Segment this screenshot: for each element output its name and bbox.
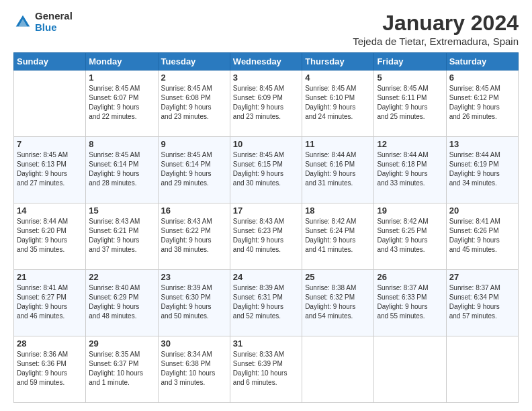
day-content: Sunrise: 8:41 AM Sunset: 6:26 PM Dayligh… xyxy=(449,217,515,255)
table-row: 7Sunrise: 8:45 AM Sunset: 6:13 PM Daylig… xyxy=(14,137,86,203)
col-thursday: Thursday xyxy=(302,53,374,71)
day-number: 3 xyxy=(233,73,299,83)
table-row: 4Sunrise: 8:45 AM Sunset: 6:10 PM Daylig… xyxy=(302,71,374,137)
day-content: Sunrise: 8:45 AM Sunset: 6:08 PM Dayligh… xyxy=(161,84,227,122)
table-row xyxy=(446,336,518,403)
day-number: 10 xyxy=(233,139,299,149)
page-title: January 2024 xyxy=(353,11,519,36)
logo-icon xyxy=(13,13,32,32)
table-row: 5Sunrise: 8:45 AM Sunset: 6:11 PM Daylig… xyxy=(374,71,446,137)
logo: General Blue xyxy=(13,11,73,33)
day-number: 7 xyxy=(17,139,83,149)
table-row: 16Sunrise: 8:43 AM Sunset: 6:22 PM Dayli… xyxy=(158,203,230,270)
day-content: Sunrise: 8:35 AM Sunset: 6:37 PM Dayligh… xyxy=(89,350,154,387)
table-row: 10Sunrise: 8:45 AM Sunset: 6:15 PM Dayli… xyxy=(230,137,302,203)
col-friday: Friday xyxy=(374,53,446,71)
day-content: Sunrise: 8:45 AM Sunset: 6:13 PM Dayligh… xyxy=(17,150,83,188)
day-content: Sunrise: 8:39 AM Sunset: 6:30 PM Dayligh… xyxy=(161,283,227,321)
table-row: 3Sunrise: 8:45 AM Sunset: 6:09 PM Daylig… xyxy=(230,71,302,137)
day-number: 20 xyxy=(449,205,515,216)
day-content: Sunrise: 8:39 AM Sunset: 6:31 PM Dayligh… xyxy=(233,283,299,321)
table-row xyxy=(14,71,86,137)
col-sunday: Sunday xyxy=(14,53,86,71)
day-content: Sunrise: 8:44 AM Sunset: 6:20 PM Dayligh… xyxy=(17,217,83,255)
day-number: 13 xyxy=(449,139,515,149)
day-content: Sunrise: 8:45 AM Sunset: 6:14 PM Dayligh… xyxy=(161,150,227,188)
day-number: 19 xyxy=(377,205,443,216)
table-row: 29Sunrise: 8:35 AM Sunset: 6:37 PM Dayli… xyxy=(86,336,158,403)
day-number: 17 xyxy=(233,205,299,216)
day-content: Sunrise: 8:45 AM Sunset: 6:09 PM Dayligh… xyxy=(233,84,299,122)
day-content: Sunrise: 8:43 AM Sunset: 6:23 PM Dayligh… xyxy=(233,217,299,255)
table-row xyxy=(302,336,374,403)
calendar-week-3: 14Sunrise: 8:44 AM Sunset: 6:20 PM Dayli… xyxy=(14,203,519,270)
table-row: 23Sunrise: 8:39 AM Sunset: 6:30 PM Dayli… xyxy=(158,270,230,336)
table-row: 31Sunrise: 8:33 AM Sunset: 6:39 PM Dayli… xyxy=(230,336,302,403)
day-number: 1 xyxy=(89,73,154,83)
day-number: 15 xyxy=(89,205,154,216)
day-number: 16 xyxy=(161,205,227,216)
day-content: Sunrise: 8:37 AM Sunset: 6:34 PM Dayligh… xyxy=(449,283,515,321)
day-content: Sunrise: 8:42 AM Sunset: 6:24 PM Dayligh… xyxy=(305,217,371,255)
table-row: 1Sunrise: 8:45 AM Sunset: 6:07 PM Daylig… xyxy=(86,71,158,137)
day-number: 2 xyxy=(161,73,227,83)
day-content: Sunrise: 8:45 AM Sunset: 6:10 PM Dayligh… xyxy=(305,84,371,122)
logo-text: General Blue xyxy=(35,11,73,33)
day-number: 14 xyxy=(17,205,83,216)
table-row: 14Sunrise: 8:44 AM Sunset: 6:20 PM Dayli… xyxy=(14,203,86,270)
day-number: 29 xyxy=(89,338,154,349)
table-row: 27Sunrise: 8:37 AM Sunset: 6:34 PM Dayli… xyxy=(446,270,518,336)
calendar-week-5: 28Sunrise: 8:36 AM Sunset: 6:36 PM Dayli… xyxy=(14,336,519,403)
title-block: January 2024 Tejeda de Tietar, Extremadu… xyxy=(353,11,519,47)
calendar-week-2: 7Sunrise: 8:45 AM Sunset: 6:13 PM Daylig… xyxy=(14,137,519,203)
calendar-week-4: 21Sunrise: 8:41 AM Sunset: 6:27 PM Dayli… xyxy=(14,270,519,336)
day-content: Sunrise: 8:45 AM Sunset: 6:14 PM Dayligh… xyxy=(89,150,154,188)
day-number: 21 xyxy=(17,272,83,282)
table-row: 25Sunrise: 8:38 AM Sunset: 6:32 PM Dayli… xyxy=(302,270,374,336)
table-row: 8Sunrise: 8:45 AM Sunset: 6:14 PM Daylig… xyxy=(86,137,158,203)
day-number: 4 xyxy=(305,73,371,83)
page-subtitle: Tejeda de Tietar, Extremadura, Spain xyxy=(353,36,519,47)
day-number: 11 xyxy=(305,139,371,149)
table-row: 2Sunrise: 8:45 AM Sunset: 6:08 PM Daylig… xyxy=(158,71,230,137)
table-row: 22Sunrise: 8:40 AM Sunset: 6:29 PM Dayli… xyxy=(86,270,158,336)
table-row: 6Sunrise: 8:45 AM Sunset: 6:12 PM Daylig… xyxy=(446,71,518,137)
table-row: 20Sunrise: 8:41 AM Sunset: 6:26 PM Dayli… xyxy=(446,203,518,270)
day-content: Sunrise: 8:45 AM Sunset: 6:15 PM Dayligh… xyxy=(233,150,299,188)
table-row: 28Sunrise: 8:36 AM Sunset: 6:36 PM Dayli… xyxy=(14,336,86,403)
calendar-week-1: 1Sunrise: 8:45 AM Sunset: 6:07 PM Daylig… xyxy=(14,71,519,137)
day-number: 18 xyxy=(305,205,371,216)
day-number: 24 xyxy=(233,272,299,282)
day-content: Sunrise: 8:45 AM Sunset: 6:11 PM Dayligh… xyxy=(377,84,443,122)
table-row: 13Sunrise: 8:44 AM Sunset: 6:19 PM Dayli… xyxy=(446,137,518,203)
day-content: Sunrise: 8:41 AM Sunset: 6:27 PM Dayligh… xyxy=(17,283,83,321)
table-row: 21Sunrise: 8:41 AM Sunset: 6:27 PM Dayli… xyxy=(14,270,86,336)
table-row: 17Sunrise: 8:43 AM Sunset: 6:23 PM Dayli… xyxy=(230,203,302,270)
day-number: 27 xyxy=(449,272,515,282)
table-row: 11Sunrise: 8:44 AM Sunset: 6:16 PM Dayli… xyxy=(302,137,374,203)
day-number: 23 xyxy=(161,272,227,282)
table-row: 30Sunrise: 8:34 AM Sunset: 6:38 PM Dayli… xyxy=(158,336,230,403)
day-content: Sunrise: 8:40 AM Sunset: 6:29 PM Dayligh… xyxy=(89,283,154,321)
day-content: Sunrise: 8:42 AM Sunset: 6:25 PM Dayligh… xyxy=(377,217,443,255)
logo-line1: General xyxy=(35,11,73,22)
page: General Blue January 2024 Tejeda de Tiet… xyxy=(0,0,532,411)
col-monday: Monday xyxy=(86,53,158,71)
day-number: 30 xyxy=(161,338,227,349)
table-row xyxy=(374,336,446,403)
day-number: 9 xyxy=(161,139,227,149)
calendar-table: Sunday Monday Tuesday Wednesday Thursday… xyxy=(13,52,519,403)
table-row: 19Sunrise: 8:42 AM Sunset: 6:25 PM Dayli… xyxy=(374,203,446,270)
day-content: Sunrise: 8:38 AM Sunset: 6:32 PM Dayligh… xyxy=(305,283,371,321)
col-wednesday: Wednesday xyxy=(230,53,302,71)
table-row: 26Sunrise: 8:37 AM Sunset: 6:33 PM Dayli… xyxy=(374,270,446,336)
day-number: 31 xyxy=(233,338,299,349)
day-content: Sunrise: 8:44 AM Sunset: 6:16 PM Dayligh… xyxy=(305,150,371,188)
day-content: Sunrise: 8:44 AM Sunset: 6:19 PM Dayligh… xyxy=(449,150,515,188)
day-content: Sunrise: 8:34 AM Sunset: 6:38 PM Dayligh… xyxy=(161,350,227,387)
table-row: 24Sunrise: 8:39 AM Sunset: 6:31 PM Dayli… xyxy=(230,270,302,336)
day-content: Sunrise: 8:45 AM Sunset: 6:12 PM Dayligh… xyxy=(449,84,515,122)
day-number: 28 xyxy=(17,338,83,349)
day-content: Sunrise: 8:36 AM Sunset: 6:36 PM Dayligh… xyxy=(17,350,83,387)
table-row: 9Sunrise: 8:45 AM Sunset: 6:14 PM Daylig… xyxy=(158,137,230,203)
